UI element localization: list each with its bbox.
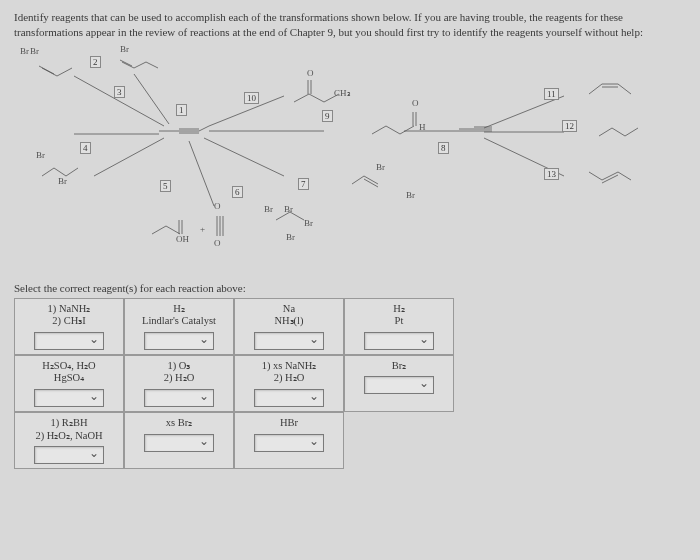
svg-line-25: [309, 94, 324, 102]
reagent-cell: 1) O₃2) H₂O: [124, 355, 234, 412]
reagent-cell: Br₂: [344, 355, 454, 412]
structure-bromo-alkene: [344, 164, 394, 194]
reagent-dropdown[interactable]: [144, 434, 214, 452]
svg-line-31: [400, 126, 414, 134]
label-br: Br: [304, 218, 313, 228]
label-ch3: CH₃: [334, 88, 351, 98]
reagent-dropdown[interactable]: [364, 332, 434, 350]
svg-line-44: [625, 128, 638, 136]
select-prompt: Select the correct reagent(s) for each r…: [14, 282, 686, 294]
label-oh: OH: [176, 234, 189, 244]
reagent-cell: NaNH₃(l): [234, 298, 344, 355]
reagent-cell: H₂Lindlar's Catalyst: [124, 298, 234, 355]
structure-acid: [144, 206, 204, 246]
reagent-text: HBr: [280, 417, 298, 430]
arrow-box-3: 3: [114, 86, 125, 98]
svg-line-12: [74, 76, 164, 126]
structure-trans-alkene: [584, 166, 644, 191]
svg-line-13: [134, 74, 169, 124]
structure-cis-alkene: [584, 76, 644, 101]
svg-line-57: [152, 226, 166, 234]
svg-line-29: [372, 126, 386, 134]
reagent-cell: xs Br₂: [124, 412, 234, 469]
label-br: Br: [286, 232, 295, 242]
label-br: Br: [58, 176, 67, 186]
reagent-text: H₂Pt: [393, 303, 405, 328]
reagent-text: 1) NaNH₂2) CH₃I: [48, 303, 91, 328]
svg-line-17: [189, 141, 214, 206]
svg-line-51: [66, 168, 78, 176]
svg-line-49: [42, 168, 54, 176]
svg-line-16: [204, 138, 284, 176]
arrow-box-1: 1: [176, 104, 187, 116]
reagent-dropdown[interactable]: [34, 446, 104, 464]
reagent-text: 1) R₂BH2) H₂O₂, NaOH: [35, 417, 102, 442]
label-o: O: [307, 68, 314, 78]
label-br: Br: [36, 150, 45, 160]
svg-line-24: [294, 94, 309, 102]
arrow-box-6: 6: [232, 186, 243, 198]
svg-line-42: [599, 128, 612, 136]
reagent-dropdown[interactable]: [254, 434, 324, 452]
reagent-dropdown[interactable]: [254, 332, 324, 350]
reagent-cell: 1) R₂BH2) H₂O₂, NaOH: [14, 412, 124, 469]
arrow-box-11: 11: [544, 88, 559, 100]
reagent-text: xs Br₂: [166, 417, 192, 430]
structure-aldehyde: [364, 106, 424, 146]
reagent-dropdown[interactable]: [34, 332, 104, 350]
reagent-dropdown[interactable]: [144, 389, 214, 407]
reagent-dropdown[interactable]: [34, 389, 104, 407]
label-o: O: [412, 98, 419, 108]
svg-line-18: [94, 138, 164, 176]
svg-line-43: [612, 128, 625, 136]
reagent-text: H₂Lindlar's Catalyst: [142, 303, 216, 328]
structure-right-alkyne: [454, 116, 504, 141]
structure-tetrabromo: [266, 196, 316, 236]
reagent-cell: HBr: [234, 412, 344, 469]
svg-line-45: [589, 172, 602, 180]
svg-line-58: [166, 226, 180, 234]
label-br: Br: [376, 162, 385, 172]
reagent-text: 1) xs NaNH₂2) H₂O: [262, 360, 317, 385]
reagent-dropdown[interactable]: [144, 332, 214, 350]
label-o: O: [214, 201, 221, 211]
reagent-cell: H₂SO₄, H₂OHgSO₄: [14, 355, 124, 412]
svg-line-48: [618, 172, 631, 180]
arrow-box-5: 5: [160, 180, 171, 192]
reagent-text: NaNH₃(l): [274, 303, 303, 328]
reagent-dropdown[interactable]: [364, 376, 434, 394]
reagent-dropdown[interactable]: [254, 389, 324, 407]
arrow-box-13: 13: [544, 168, 559, 180]
reagent-cell: 1) NaNH₂2) CH₃I: [14, 298, 124, 355]
label-h: H: [419, 122, 426, 132]
arrow-box-4: 4: [80, 142, 91, 154]
label-o: O: [214, 238, 221, 248]
arrow-box-10: 10: [244, 92, 259, 104]
structure-alkane: [594, 122, 654, 142]
label-plus: +: [200, 224, 205, 234]
arrow-box-12: 12: [562, 120, 577, 132]
reagent-grid: 1) NaNH₂2) CH₃I H₂Lindlar's Catalyst NaN…: [14, 298, 686, 470]
label-br: Br: [284, 204, 293, 214]
arrow-box-8: 8: [438, 142, 449, 154]
svg-line-50: [54, 168, 66, 176]
arrow-box-7: 7: [298, 178, 309, 190]
reagent-text: Br₂: [392, 360, 407, 373]
reagent-cell: H₂Pt: [344, 298, 454, 355]
svg-line-41: [618, 84, 631, 94]
reagent-text: H₂SO₄, H₂OHgSO₄: [42, 360, 95, 385]
reagent-cell: 1) xs NaNH₂2) H₂O: [234, 355, 344, 412]
reaction-scheme: Br Br 2 Br 3 1 10 4 5 6 7 9 O CH₃: [14, 46, 686, 276]
svg-line-38: [589, 84, 602, 94]
svg-line-30: [386, 126, 400, 134]
instructions-text: Identify reagents that can be used to ac…: [14, 10, 686, 40]
svg-line-52: [352, 176, 364, 184]
label-br: Br: [406, 190, 415, 200]
reagent-text: 1) O₃2) H₂O: [164, 360, 195, 385]
label-br: Br: [264, 204, 273, 214]
